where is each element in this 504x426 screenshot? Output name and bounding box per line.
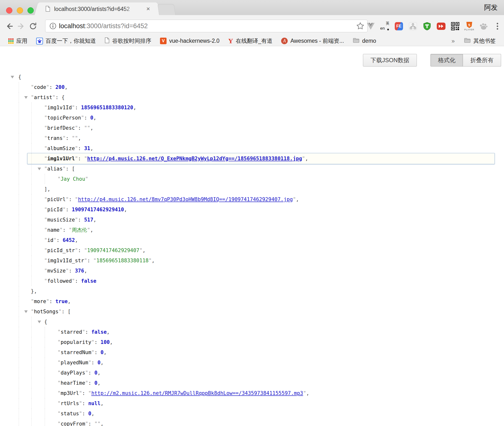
json-punctuation: :: [88, 380, 94, 386]
json-quote: ": [84, 247, 87, 253]
sitemap-extension-icon[interactable]: [408, 21, 418, 31]
json-punctuation: :: [63, 227, 69, 233]
json-key: alias: [47, 166, 63, 172]
url-bar[interactable]: localhost:3000/artists?id=6452: [45, 20, 368, 32]
bookmark-google-sort[interactable]: 谷歌按时间排序: [100, 37, 156, 45]
json-line: "img1v1Id": 18569651883380120,: [0, 102, 504, 113]
json-value-number: 376: [75, 268, 84, 274]
json-key: img1v1Id_str: [47, 258, 84, 264]
json-punctuation: },: [31, 288, 37, 294]
json-link[interactable]: http://p4.music.126.net/8mv7qP30Pd3oHW8b…: [78, 196, 293, 202]
bookmark-label: demo: [362, 38, 376, 44]
bookmark-youdao[interactable]: Y 在线翻译_有道: [224, 37, 277, 45]
qrcode-extension-icon[interactable]: [451, 21, 460, 31]
json-punctuation: ,: [306, 390, 309, 396]
apps-grid-dot: [12, 42, 14, 44]
new-tab-button[interactable]: [158, 4, 176, 15]
bookmark-folder-demo[interactable]: demo: [348, 38, 381, 44]
video-speed-icon[interactable]: [437, 21, 446, 31]
json-link[interactable]: http://p4.music.126.net/Q_ExePNkmgB2yWyL…: [87, 156, 302, 162]
bookmark-awesomes[interactable]: A Awesomes - 前端资...: [277, 37, 348, 45]
browser-tab[interactable]: localhost:3000/artists?id=6452 ×: [40, 2, 155, 15]
json-viewer-toolbar: 下载JSON数据 格式化 折叠所有: [363, 54, 501, 67]
bookmarks-overflow-chevron[interactable]: »: [448, 38, 458, 44]
apps-grid-dot: [12, 40, 14, 42]
vue-devtools-icon[interactable]: [366, 21, 375, 31]
json-quote: ": [75, 196, 78, 202]
apps-grid-dot: [10, 38, 12, 40]
apps-grid-dot: [10, 42, 12, 44]
json-quote: ": [93, 258, 96, 264]
json-punctuation: ],: [44, 186, 50, 192]
json-quote: ": [44, 258, 47, 264]
collapse-toggle-icon[interactable]: [38, 168, 41, 170]
collapse-toggle-icon[interactable]: [38, 321, 41, 323]
json-quote: ": [75, 247, 78, 253]
bookmark-label: 谷歌按时间排序: [112, 37, 151, 45]
browser-profile-name[interactable]: 阿发: [484, 3, 498, 12]
json-value-number: false: [81, 278, 96, 284]
json-value-number: 19097417462929410: [72, 207, 124, 213]
json-key: playedNum: [61, 360, 88, 366]
bookmark-apps[interactable]: 应用: [4, 37, 32, 45]
zoom-window-button[interactable]: [27, 7, 34, 14]
collapse-toggle-icon[interactable]: [24, 96, 28, 99]
json-quote: ": [58, 176, 61, 182]
json-punctuation: ,: [101, 360, 104, 366]
close-window-button[interactable]: [6, 7, 12, 14]
json-quote: ": [44, 115, 47, 121]
json-quote: ": [82, 329, 85, 335]
minimize-window-button[interactable]: [17, 7, 23, 14]
bookmark-other-folder[interactable]: 其他书签: [460, 37, 500, 45]
json-punctuation: :: [49, 84, 55, 90]
download-json-button[interactable]: 下载JSON数据: [363, 54, 417, 67]
collapse-toggle-icon[interactable]: [11, 76, 14, 78]
json-key: starred: [61, 329, 82, 335]
bookmarks-bar: 应用 百度一下，你就知道 谷歌按时间排序 V vue-hackernews-2.…: [0, 36, 504, 46]
json-punctuation: ,: [65, 84, 68, 90]
tampermonkey-icon[interactable]: [422, 21, 432, 31]
json-key: copyFrom: [61, 421, 85, 426]
back-button[interactable]: [5, 22, 14, 31]
json-quote: ": [303, 390, 306, 396]
json-punctuation: {: [44, 319, 47, 325]
fehelper-icon[interactable]: FE: [394, 21, 403, 31]
bookmark-baidu[interactable]: 百度一下，你就知道: [32, 37, 100, 45]
json-line: "name": "周杰伦",: [0, 225, 504, 235]
json-line: "topicPerson": 0,: [0, 113, 504, 123]
json-key: picId_str: [47, 247, 75, 253]
json-line: "artist": {: [0, 92, 504, 102]
json-punctuation: ,: [305, 156, 308, 162]
collapse-toggle-icon[interactable]: [24, 310, 28, 313]
bookmark-vue-hackernews[interactable]: V vue-hackernews-2.0: [156, 38, 224, 44]
json-line: "mvSize": 376,: [0, 266, 504, 276]
forward-button[interactable]: [17, 22, 26, 31]
json-line: "copyFrom": "",: [0, 419, 504, 426]
json-line: "code": 200,: [0, 82, 504, 92]
page-favicon-icon: [45, 6, 50, 13]
json-value-number: 0: [90, 115, 93, 121]
translate-extension-icon[interactable]: 英en: [380, 21, 389, 31]
html5-player-icon[interactable]: 5PLAYER: [465, 21, 474, 31]
chrome-menu-icon[interactable]: [493, 21, 502, 31]
json-punctuation: ,: [97, 370, 101, 376]
json-line: "albumSize": 31,: [0, 143, 504, 153]
site-info-icon[interactable]: [49, 22, 57, 31]
json-line: "Jay Chou": [0, 174, 504, 184]
json-quote: ": [85, 421, 88, 426]
format-button[interactable]: 格式化: [430, 54, 463, 67]
paw-extension-icon[interactable]: [479, 21, 488, 31]
json-quote: ": [58, 390, 61, 396]
json-quote: ": [91, 339, 94, 345]
json-value-number: 18569651883380120: [81, 105, 133, 111]
url-path: :3000/artists?id=6452: [85, 22, 148, 30]
json-link[interactable]: http://m2.music.126.net/RMJR7wDullRqppBk…: [91, 390, 303, 396]
bookmark-star-icon[interactable]: [356, 22, 364, 31]
json-line: "alias": [: [0, 164, 504, 174]
json-punctuation: :: [88, 370, 94, 376]
json-quote: ": [84, 156, 87, 162]
h5-player-caption: PLAYER: [464, 28, 474, 31]
reload-button[interactable]: [29, 22, 37, 31]
collapse-all-button[interactable]: 折叠所有: [463, 54, 501, 67]
tab-close-icon[interactable]: ×: [146, 2, 150, 15]
